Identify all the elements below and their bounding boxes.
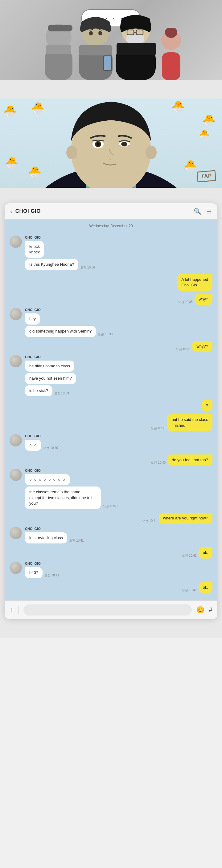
avatar-choi-gio-1 [9, 236, 22, 248]
msg-time-2: 오전 10:38 [98, 332, 113, 337]
add-attachment-button[interactable]: + [9, 605, 14, 615]
bubble-received-1a: knockknock [25, 241, 44, 258]
sender-name-3: CHOI GIO [25, 355, 76, 359]
avatar-choi-gio-5 [9, 469, 22, 481]
bubble-received-4a: ○ ○ [25, 440, 41, 451]
bubble-row-1b: Is this Kyunghee Noona? 오전 10:36 [25, 259, 95, 270]
back-button[interactable]: ‹ [10, 208, 12, 215]
bubble-sent-1: A lot happenedChoi Gio [177, 274, 213, 291]
msg-sent-4: ? [9, 400, 213, 411]
sender-name-2: CHOI GIO [25, 308, 113, 312]
bubble-row-3c: is he sick? 오전 10:39 [25, 385, 76, 396]
bubble-row-7a: b407 오전 10:41 [25, 567, 59, 578]
hashtag-button[interactable]: # [209, 606, 213, 614]
bubble-received-6a: in storytelling class [25, 532, 67, 544]
msg-group-2: CHOI GIO hey did something happen with S… [9, 308, 213, 337]
sender-name-4: CHOI GIO [25, 434, 58, 438]
bubble-received-7a: b407 [25, 567, 43, 578]
svg-rect-6 [79, 45, 112, 55]
msg-time-1: 오전 10:36 [80, 266, 95, 270]
msg-sent-6: 오전 10:40 do you feel that too? [9, 455, 213, 466]
msg-group-4: CHOI GIO ○ ○ 오전 10:40 [9, 434, 213, 451]
search-icon[interactable]: 🔍 [194, 208, 201, 215]
bubble-row-5b: the classes remain the same,except for t… [25, 487, 117, 509]
msg-group-content-4: CHOI GIO ○ ○ 오전 10:40 [25, 434, 58, 451]
bubble-row-2a: hey [25, 313, 113, 324]
emoji-5: 🐣 [5, 156, 19, 169]
msg-sent-9: 오전 10:41 ok. [9, 582, 213, 593]
emoji-2: 🐣 [31, 102, 45, 115]
avatar-choi-gio-3 [9, 355, 22, 367]
bubble-row-5a: ○ ○ ○ ○ ○ ○ ○ ○ [25, 474, 117, 485]
message-input[interactable] [23, 604, 192, 616]
msg-time-5: 오전 10:40 [103, 504, 117, 508]
msg-group-content-7: CHOI GIO b407 오전 10:41 [25, 562, 59, 578]
msg-group-1: CHOI GIO knockknock Is this Kyunghee Noo… [9, 236, 213, 270]
msg-group-7: CHOI GIO b407 오전 10:41 [9, 562, 213, 578]
msg-sent-1: A lot happenedChoi Gio [9, 274, 213, 291]
bubble-row-6a: in storytelling class 오전 10:41 [25, 532, 84, 544]
msg-group-content-5: CHOI GIO ○ ○ ○ ○ ○ ○ ○ ○ the classes rem… [25, 469, 117, 509]
svg-point-33 [66, 146, 77, 159]
msg-sent-2: 오전 10:38 why? [9, 294, 213, 305]
bubble-received-2b: did something happen with Semin? [25, 326, 96, 337]
bubble-sent-6: do you feel that too? [167, 455, 213, 466]
emoji-button[interactable]: 😊 [196, 606, 204, 614]
bubble-received-3c: is he sick? [25, 385, 52, 396]
emoji-3: 🐣 [202, 114, 216, 127]
sender-name-6: CHOI GIO [25, 527, 84, 530]
msg-group-content-3: CHOI GIO he didn't come to class have yo… [25, 355, 76, 397]
bubble-sent-9: ok. [199, 582, 213, 593]
panel-gap-1 [0, 80, 222, 98]
chat-header: ‹ CHOI GIO 🔍 ☰ [5, 203, 217, 220]
svg-rect-12 [104, 56, 111, 70]
msg-group-3: CHOI GIO he didn't come to class have yo… [9, 355, 213, 397]
bubble-sent-4: ? [202, 400, 213, 411]
chat-title: CHOI GIO [16, 208, 41, 214]
bubble-row-2b: did something happen with Semin? 오전 10:3… [25, 326, 113, 337]
msg-time-sent-7: 오전 10:41 [142, 519, 157, 523]
avatar-choi-gio-4 [9, 434, 22, 446]
bubble-row-1a: knockknock [25, 241, 95, 258]
tap-label: TAP [197, 170, 216, 182]
chat-header-left: ‹ CHOI GIO [10, 208, 41, 215]
msg-sent-5: 오전 10:39 but he said the classfinished. [9, 414, 213, 431]
emoji-1: 🐣 [3, 105, 17, 118]
msg-group-content-2: CHOI GIO hey did something happen with S… [25, 308, 113, 337]
menu-icon[interactable]: ☰ [206, 208, 212, 215]
svg-rect-3 [46, 45, 71, 54]
msg-sent-7: 오전 10:41 where are you right now? [9, 513, 213, 524]
msg-time-sent-5: 오전 10:39 [151, 426, 166, 430]
bubble-sent-5: but he said the classfinished. [167, 414, 213, 431]
sender-name-1: CHOI GIO [25, 236, 95, 239]
messages-area: CHOI GIO knockknock Is this Kyunghee Noo… [5, 232, 217, 600]
msg-time-sent-9: 오전 10:41 [182, 588, 197, 592]
bubble-sent-3: why?? [192, 341, 213, 352]
avatar-choi-gio-2 [9, 308, 22, 320]
msg-group-content-6: CHOI GIO in storytelling class 오전 10:41 [25, 527, 84, 544]
panel-gap-2 [0, 188, 222, 203]
svg-point-31 [121, 142, 127, 146]
character-far-right [159, 28, 184, 80]
msg-sent-8: 오전 10:41 ok. [9, 547, 213, 558]
character-mid [73, 16, 119, 80]
msg-group-5: CHOI GIO ○ ○ ○ ○ ○ ○ ○ ○ the classes rem… [9, 469, 213, 509]
bubble-row-3b: have you not seen him? [25, 373, 76, 384]
emoji-7: 🐣 [184, 159, 197, 173]
bubble-row-3a: he didn't come to class [25, 361, 76, 372]
chat-input-area: + 😊 # [5, 600, 217, 619]
avatar-choi-gio-6 [9, 527, 22, 539]
bubble-received-1b: Is this Kyunghee Noona? [25, 259, 78, 270]
bubble-sent-2: why? [195, 294, 213, 305]
msg-time-sent-8: 오전 10:41 [182, 554, 197, 558]
svg-point-34 [145, 146, 157, 159]
svg-rect-15 [116, 43, 156, 55]
bubble-received-5b: the classes remain the same,except for t… [25, 487, 101, 509]
sender-name-5: CHOI GIO [25, 469, 117, 472]
bubble-received-5a: ○ ○ ○ ○ ○ ○ ○ ○ [25, 474, 70, 485]
svg-point-7 [89, 31, 93, 35]
msg-sent-3: 오전 10:38 why?? [9, 341, 213, 352]
comic-panel-1: · · · · · · [0, 0, 222, 80]
msg-time-7: 오전 10:41 [45, 573, 59, 578]
comic-panel-2: 🐣 🐣 🐣 🐣 🐣 🐣 🐣 🐣 [0, 98, 222, 188]
